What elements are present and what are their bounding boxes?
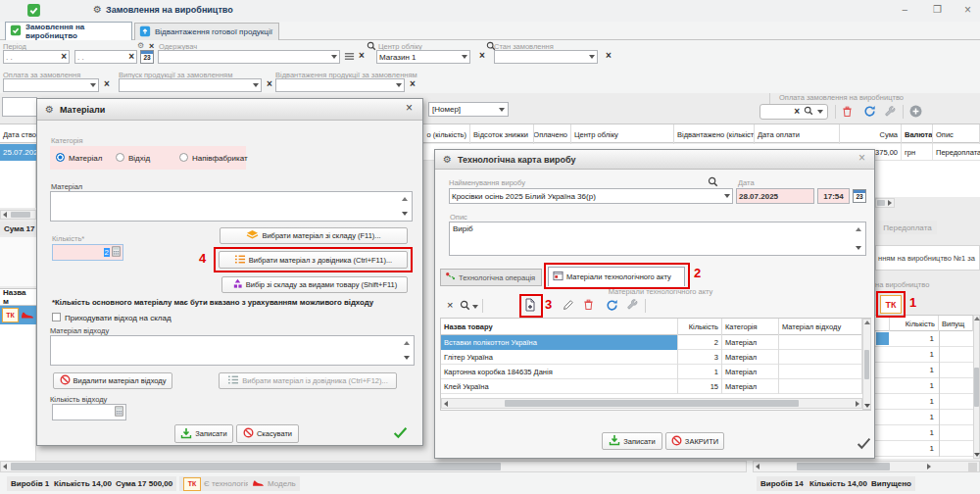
grid-search-chevron-icon[interactable] xyxy=(472,305,478,309)
tasks-selector-header[interactable] xyxy=(875,316,890,332)
scroll-down-icon[interactable] xyxy=(864,404,870,408)
materials-dialog-close-icon[interactable]: × xyxy=(406,103,413,113)
products-header-row[interactable]: Назва м xyxy=(0,288,36,306)
refresh-icon[interactable] xyxy=(863,105,876,120)
task-row[interactable]: 1 xyxy=(875,425,973,441)
techcard-save-button[interactable]: Записати xyxy=(602,432,662,450)
waste-material-combo[interactable] xyxy=(50,335,415,366)
calendar-icon[interactable]: 23 xyxy=(853,189,866,203)
period-gear-icon[interactable]: ⚙ xyxy=(137,41,144,50)
grid-hscrollbar[interactable] xyxy=(441,398,862,409)
task-row[interactable]: 1 xyxy=(875,347,973,363)
close-button[interactable]: × xyxy=(964,3,971,17)
radio-waste[interactable] xyxy=(116,153,124,162)
receiver-search-icon[interactable] xyxy=(367,41,376,53)
orders-hscrollbar[interactable] xyxy=(0,210,36,220)
pick-waste-reference-button[interactable]: Вибрати матеріал із довідника (Ctrl+F12)… xyxy=(219,372,397,389)
grid-clear-icon[interactable]: × xyxy=(447,300,453,310)
pick-by-kind-button[interactable]: Вибір зі складу за видами товару (Shift+… xyxy=(221,276,408,293)
scroll-right-icon[interactable] xyxy=(888,200,892,206)
delete-icon[interactable] xyxy=(842,106,853,120)
radio-material[interactable] xyxy=(56,153,65,162)
wrench-icon[interactable] xyxy=(627,299,638,312)
scroll-down-icon[interactable] xyxy=(974,453,980,457)
spin-down-icon[interactable] xyxy=(402,212,408,216)
techcard-tab-operation[interactable]: Технологічна операція xyxy=(440,269,542,286)
receiver-combo[interactable] xyxy=(158,50,340,64)
task-row[interactable]: 1 xyxy=(875,441,973,457)
scroll-left-icon[interactable] xyxy=(444,401,448,407)
center-combo[interactable]: Магазин 1 xyxy=(376,50,470,64)
scroll-right-icon[interactable] xyxy=(856,401,859,407)
number-filter-combo[interactable]: [Номер] xyxy=(428,102,509,117)
maximize-button[interactable]: ❐ xyxy=(933,4,942,15)
task-row[interactable]: 1 xyxy=(875,363,973,378)
calendar-icon[interactable]: 23 xyxy=(140,50,154,64)
product-name-combo[interactable]: Кросівки осінь 2025 Білий Україна 36(р) xyxy=(449,188,733,204)
calculator-icon[interactable] xyxy=(115,406,123,419)
window-titlebar[interactable]: ⚙ Замовлення на виробництво − ❐ × xyxy=(0,0,980,22)
grid-vscrollbar[interactable] xyxy=(862,319,871,410)
spin-up-icon[interactable] xyxy=(404,341,410,345)
pick-from-stock-button[interactable]: Вибрати матеріал зі складу (F11)... xyxy=(220,227,408,244)
spin-down-icon[interactable] xyxy=(404,356,410,360)
scroll-up-icon[interactable] xyxy=(974,317,980,321)
material-combo[interactable] xyxy=(50,191,413,222)
column-header-discount[interactable]: Відсоток знижки xyxy=(470,124,534,144)
grid-row[interactable]: Глітер Україна 3 Матеріал xyxy=(441,350,862,365)
scroll-thumb[interactable] xyxy=(877,200,885,206)
qty-input[interactable]: 2 xyxy=(52,244,123,261)
materials-dialog-titlebar[interactable]: ⚙ Матеріали × xyxy=(37,99,422,121)
waste-qty-input[interactable] xyxy=(52,404,126,420)
state-clear-icon[interactable]: × xyxy=(606,51,612,61)
tab-orders[interactable]: Замовлення на виробництво xyxy=(5,22,132,40)
center-clear-icon[interactable]: × xyxy=(479,51,485,61)
spin-down-icon[interactable] xyxy=(856,246,861,250)
radio-semifinished[interactable] xyxy=(179,153,188,162)
scroll-thumb[interactable] xyxy=(11,463,501,470)
state-combo[interactable] xyxy=(494,50,598,64)
wrench-icon[interactable] xyxy=(885,106,896,119)
waste-to-stock-checkbox[interactable] xyxy=(52,313,61,321)
grid-row[interactable]: Картонна коробка 184635 Данія 1 Матеріал xyxy=(441,365,862,379)
bottom-left-hscrollbar[interactable] xyxy=(0,461,747,472)
techcard-dialog-titlebar[interactable]: ⚙ Технологічна карта виробу × xyxy=(435,150,874,170)
payment-filter-clear-icon[interactable]: × xyxy=(104,79,110,89)
tasks-vscrollbar[interactable] xyxy=(973,315,980,459)
tab-shipping[interactable]: Відвантаження готової продукції xyxy=(134,23,279,40)
release-filter-clear-icon[interactable]: × xyxy=(267,79,272,89)
scroll-thumb[interactable] xyxy=(797,463,890,470)
payment-hscrollbar[interactable] xyxy=(875,198,895,208)
edit-icon[interactable] xyxy=(563,299,574,313)
task-row[interactable]: 1 xyxy=(875,394,973,410)
grid-header-waste[interactable]: Матеріал відходу xyxy=(779,319,862,335)
receiver-list-icon[interactable] xyxy=(344,51,355,64)
task-row[interactable]: 1 xyxy=(875,331,973,347)
calculator-icon[interactable] xyxy=(112,246,121,259)
description-textarea[interactable]: Виріб xyxy=(449,222,866,256)
tasks-qty-header[interactable]: Кількість xyxy=(890,316,939,332)
date-input[interactable]: 28.07.2025 xyxy=(736,188,814,204)
column-header-desc[interactable]: Опис xyxy=(933,124,980,144)
scroll-up-icon[interactable] xyxy=(864,321,870,324)
grid-row[interactable]: Вставки полікоттон Україна 2 Матеріал xyxy=(441,335,862,350)
spin-up-icon[interactable] xyxy=(402,197,408,201)
scroll-thumb[interactable] xyxy=(974,368,979,407)
task-row[interactable]: 1 xyxy=(875,378,973,394)
refresh-icon[interactable] xyxy=(606,299,618,314)
selected-product-row[interactable]: ТК xyxy=(0,306,36,324)
grid-search-icon[interactable] xyxy=(460,300,470,313)
payment-search-clear-icon[interactable]: × xyxy=(794,107,800,117)
spin-up-icon[interactable] xyxy=(856,227,861,231)
time-input[interactable]: 17:54 xyxy=(817,188,850,204)
orders-search-box[interactable] xyxy=(2,97,37,117)
scroll-thumb[interactable] xyxy=(11,212,30,218)
scroll-thumb[interactable] xyxy=(864,350,869,379)
column-header-paid[interactable]: Оплачено xyxy=(534,124,571,144)
period-from-input[interactable]: . . × xyxy=(3,50,70,64)
scroll-thumb[interactable] xyxy=(505,400,799,407)
column-header-center[interactable]: Центр обліку xyxy=(571,124,674,144)
column-header-sum[interactable]: Сума xyxy=(840,124,902,144)
delete-icon[interactable] xyxy=(583,299,594,313)
column-header-qty[interactable]: о (кількість) xyxy=(421,124,470,144)
